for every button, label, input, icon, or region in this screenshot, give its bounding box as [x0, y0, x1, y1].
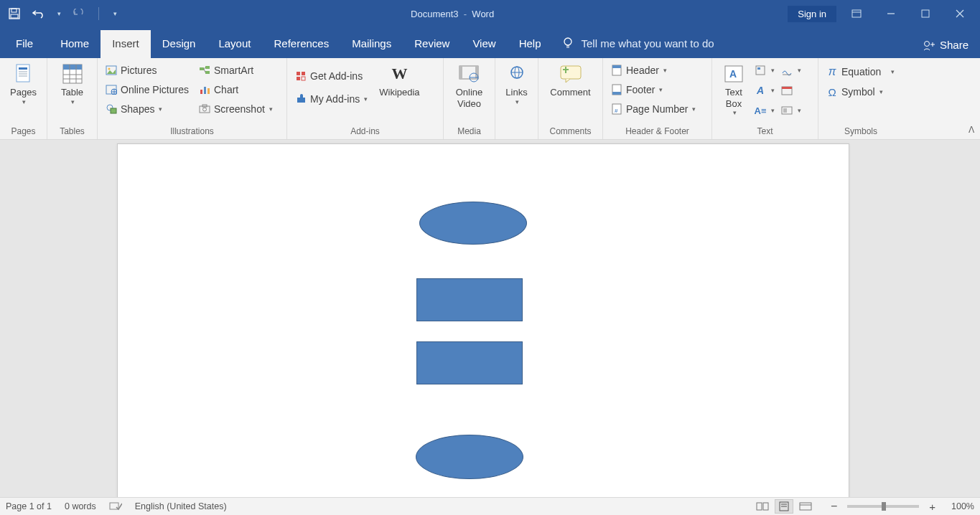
share-button[interactable]: Share [923, 39, 969, 51]
shape-ellipse-1[interactable] [419, 202, 527, 245]
tell-me-search[interactable]: Tell me what you want to do [561, 37, 714, 58]
shapes-icon [105, 103, 118, 115]
web-layout-button[interactable] [796, 499, 815, 514]
zoom-slider[interactable] [847, 505, 919, 508]
symbol-button[interactable]: ΩSymbol▾ [823, 82, 897, 101]
object-icon [780, 104, 793, 117]
shape-ellipse-2[interactable] [416, 435, 523, 479]
shape-rectangle-1[interactable] [416, 278, 523, 321]
svg-rect-47 [297, 77, 300, 80]
tab-view[interactable]: View [461, 30, 507, 58]
svg-rect-76 [757, 503, 762, 510]
document-area[interactable] [0, 140, 980, 497]
get-addins-button[interactable]: Get Add-ins [291, 67, 370, 85]
drop-cap-button[interactable]: A≡▾ [752, 101, 776, 120]
online-pictures-button[interactable]: Online Pictures [102, 80, 195, 99]
dropcap-icon: A≡ [754, 104, 767, 117]
shape-rectangle-2[interactable] [416, 341, 523, 384]
tab-home[interactable]: Home [49, 30, 101, 58]
header-button[interactable]: Header▾ [607, 61, 699, 80]
tab-insert[interactable]: Insert [101, 30, 151, 58]
addins-icon [294, 93, 307, 105]
tab-references[interactable]: References [262, 30, 340, 58]
collapse-ribbon-button[interactable]: ᐱ [969, 125, 974, 135]
title-bar: ▾ ▾ Document3 - Word Sign in [0, 0, 980, 27]
sign-in-button[interactable]: Sign in [788, 6, 836, 22]
status-bar: Page 1 of 1 0 words English (United Stat… [0, 497, 980, 515]
textbox-icon: A [722, 62, 745, 85]
links-button[interactable]: Links▾ [500, 61, 534, 107]
ribbon-display-options[interactable] [842, 3, 871, 24]
document-page[interactable] [117, 143, 849, 497]
svg-point-27 [108, 68, 111, 70]
date-time-button[interactable] [779, 81, 795, 100]
symbol-icon: Ω [826, 85, 839, 98]
tab-layout[interactable]: Layout [207, 30, 262, 58]
footer-button[interactable]: Footer▾ [607, 80, 699, 99]
screenshot-button[interactable]: Screenshot▾ [195, 100, 281, 118]
page-indicator[interactable]: Page 1 of 1 [6, 501, 52, 511]
tab-mailings[interactable]: Mailings [340, 30, 403, 58]
zoom-level[interactable]: 100% [951, 501, 974, 511]
svg-rect-39 [200, 90, 202, 94]
maximize-button[interactable] [911, 3, 940, 24]
text-box-button[interactable]: A Text Box▾ [717, 61, 751, 118]
wordart-button[interactable]: A▾ [752, 81, 776, 100]
comment-button[interactable]: Comment [546, 61, 594, 100]
read-mode-button[interactable] [753, 499, 772, 514]
object-button[interactable]: ▾ [779, 101, 803, 120]
table-button[interactable]: Table▾ [55, 61, 90, 107]
ribbon: Pages▾ Pages Table▾ Tables Pictures Onli… [0, 58, 980, 140]
tab-help[interactable]: Help [508, 30, 553, 58]
pictures-button[interactable]: Pictures [102, 61, 195, 80]
svg-rect-3 [852, 10, 861, 17]
word-count[interactable]: 0 words [65, 501, 96, 511]
smartart-button[interactable]: SmartArt [195, 61, 281, 80]
wikipedia-button[interactable]: W Wikipedia [375, 61, 424, 100]
tab-design[interactable]: Design [151, 30, 207, 58]
zoom-out-button[interactable]: − [828, 500, 840, 513]
svg-point-9 [564, 38, 571, 45]
language-indicator[interactable]: English (United States) [135, 501, 227, 511]
pictures-icon [105, 64, 118, 77]
close-button[interactable] [946, 3, 974, 24]
spell-check-icon[interactable] [109, 501, 122, 513]
svg-rect-15 [17, 65, 29, 82]
minimize-button[interactable] [877, 3, 905, 24]
redo-button[interactable] [71, 6, 85, 21]
svg-rect-68 [756, 66, 765, 75]
svg-rect-21 [63, 65, 82, 70]
equation-button[interactable]: πEquation ▾ [823, 62, 897, 81]
chart-icon [198, 83, 211, 96]
print-layout-button[interactable] [775, 499, 793, 514]
ribbon-tabs: File Home Insert Design Layout Reference… [0, 27, 980, 58]
quick-parts-button[interactable]: ▾ [752, 61, 776, 80]
svg-rect-46 [302, 72, 305, 75]
svg-rect-6 [922, 10, 929, 17]
tab-file[interactable]: File [0, 30, 49, 58]
page-number-button[interactable]: #Page Number▾ [607, 100, 699, 118]
pages-button[interactable]: Pages▾ [6, 61, 41, 107]
pagenumber-icon: # [610, 103, 623, 115]
undo-button[interactable] [32, 6, 46, 21]
my-addins-button[interactable]: My Add-ins▾ [291, 90, 370, 108]
svg-rect-41 [207, 88, 210, 94]
online-video-button[interactable]: Online Video [452, 61, 487, 110]
group-header-footer: Header▾ Footer▾ #Page Number▾ Header & F… [603, 58, 712, 139]
save-button[interactable] [7, 6, 22, 21]
group-links: Links▾ [495, 58, 538, 139]
svg-rect-48 [302, 77, 305, 80]
wikipedia-icon: W [388, 62, 411, 85]
svg-rect-81 [800, 503, 811, 510]
quick-parts-icon [754, 64, 767, 77]
svg-line-37 [204, 67, 205, 69]
chart-button[interactable]: Chart [195, 80, 281, 99]
svg-text:#: # [615, 108, 618, 114]
group-comments: Comment Comments [538, 58, 603, 139]
zoom-in-button[interactable]: + [926, 501, 938, 513]
svg-rect-45 [297, 72, 300, 75]
shapes-button[interactable]: Shapes▾ [102, 100, 195, 118]
tab-review[interactable]: Review [403, 30, 461, 58]
svg-rect-1 [11, 9, 17, 12]
signature-line-button[interactable]: ▾ [779, 61, 803, 80]
